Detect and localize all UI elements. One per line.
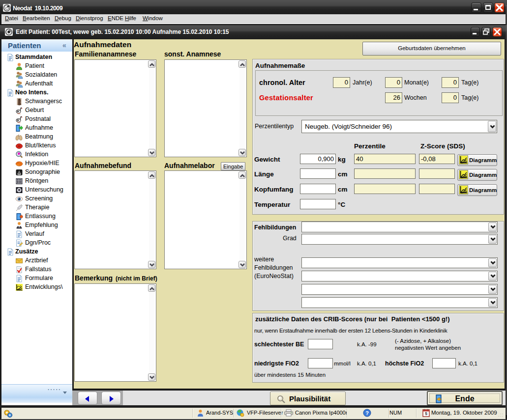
svg-text:?: ? <box>365 410 369 416</box>
svg-text:5: 5 <box>425 411 427 416</box>
